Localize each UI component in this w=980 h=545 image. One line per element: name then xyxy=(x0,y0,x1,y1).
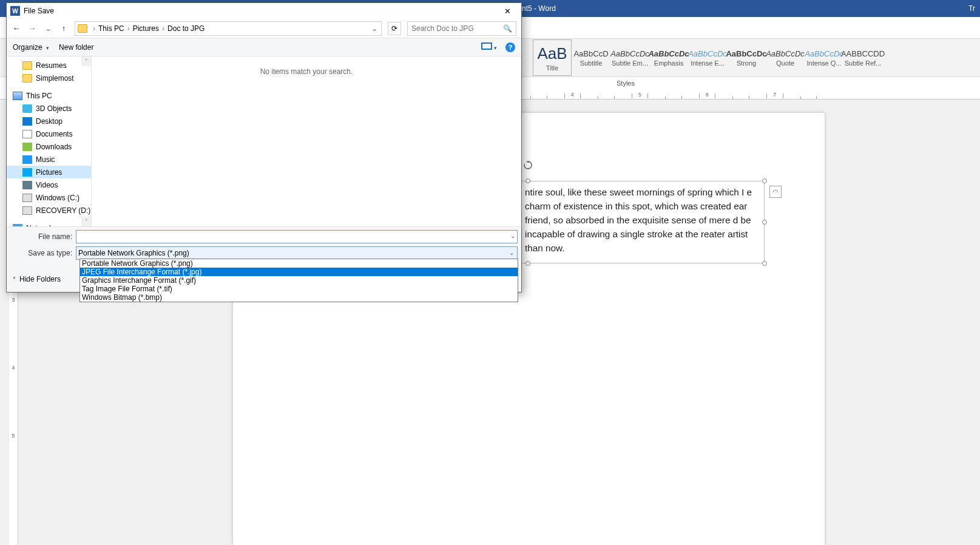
hide-folders-button[interactable]: ˄ Hide Folders xyxy=(13,275,61,283)
tree-item-simplemost[interactable]: Simplemost xyxy=(7,72,91,84)
style-intense-q-[interactable]: AaBbCcDcIntense Q... xyxy=(805,39,843,76)
file-list-area[interactable]: No items match your search. xyxy=(92,56,521,226)
dialog-titlebar[interactable]: W File Save ✕ xyxy=(7,3,521,19)
rotate-handle-icon[interactable] xyxy=(523,160,533,170)
tree-item-this-pc[interactable]: This PC xyxy=(7,89,91,102)
layout-options-icon[interactable]: ◠ xyxy=(769,186,782,198)
style-intense-e-[interactable]: AaBbCcDcIntense E... xyxy=(688,39,727,76)
chevron-down-icon[interactable]: ⌄ xyxy=(510,232,515,239)
help-icon[interactable]: ? xyxy=(505,42,515,52)
dialog-toolbar: Organize ▾ New folder ▾ ? xyxy=(7,38,521,56)
tree-item-desktop[interactable]: Desktop xyxy=(7,115,91,127)
resize-handle[interactable] xyxy=(525,261,530,266)
style-preview: AaBbCcD xyxy=(573,49,608,58)
recent-locations-icon[interactable]: ⌄ xyxy=(43,24,53,33)
breadcrumb-item[interactable]: This PC xyxy=(98,24,124,33)
style-label: Intense Q... xyxy=(807,59,842,67)
filetype-option[interactable]: JPEG File Interchange Format (*.jpg) xyxy=(80,268,518,276)
chevron-down-icon[interactable]: ⌄ xyxy=(509,249,514,256)
word-title-right: Tr xyxy=(968,4,975,13)
ruler-mark: 6 xyxy=(691,92,725,98)
tree-item-videos[interactable]: Videos xyxy=(7,178,91,191)
tree-item-label: Videos xyxy=(36,181,58,189)
view-mode-button[interactable]: ▾ xyxy=(481,42,497,52)
tree-item-music[interactable]: Music xyxy=(7,153,91,166)
filetype-option[interactable]: Windows Bitmap (*.bmp) xyxy=(80,293,518,302)
style-label: Strong xyxy=(737,59,756,67)
style-preview: AaBbCcDc xyxy=(766,49,805,58)
resize-handle[interactable] xyxy=(762,178,767,183)
style-label: Intense E... xyxy=(691,59,725,67)
refresh-icon[interactable]: ⟳ xyxy=(388,22,401,35)
scroll-down-icon[interactable]: ˅ xyxy=(81,217,91,226)
forward-icon[interactable]: → xyxy=(27,24,37,33)
search-field[interactable] xyxy=(411,24,503,33)
breadcrumb-item[interactable]: Doc to JPG xyxy=(167,24,204,33)
style-label: Title xyxy=(546,64,558,72)
new-folder-button[interactable]: New folder xyxy=(59,43,93,52)
style-quote[interactable]: AaBbCcDcQuote xyxy=(766,39,805,76)
music-icon xyxy=(22,155,32,164)
tree-item-pictures[interactable]: Pictures xyxy=(7,166,91,178)
drive-icon xyxy=(22,206,32,215)
scroll-up-icon[interactable]: ˄ xyxy=(81,56,91,66)
tree-item-label: Documents xyxy=(36,130,73,138)
word-app-icon: W xyxy=(10,6,20,16)
organize-button[interactable]: Organize ▾ xyxy=(13,43,49,52)
breadcrumb-item[interactable]: Pictures xyxy=(133,24,159,33)
style-label: Emphasis xyxy=(654,59,683,67)
tree-item-label: Pictures xyxy=(36,168,62,177)
saveastype-dropdown[interactable]: Portable Network Graphics (*.png)JPEG Fi… xyxy=(79,259,518,302)
address-dropdown-icon[interactable]: ⌄ xyxy=(371,24,377,33)
ruler-mark: 7 xyxy=(758,92,792,98)
folder-icon xyxy=(22,61,32,70)
filetype-option[interactable]: Portable Network Graphics (*.png) xyxy=(80,259,518,268)
tree-item-windows-c-[interactable]: Windows (C:) xyxy=(7,191,91,204)
resize-handle[interactable] xyxy=(525,178,530,183)
tree-item-label: Downloads xyxy=(36,143,72,151)
style-label: Subtitle xyxy=(580,59,603,67)
style-preview: AaBbCcDc xyxy=(805,49,843,58)
up-icon[interactable]: ↑ xyxy=(59,24,69,33)
tree-item-label: RECOVERY (D:) xyxy=(36,206,90,215)
filename-label: File name: xyxy=(7,232,76,241)
breadcrumb-sep[interactable]: › xyxy=(160,24,166,33)
filetype-option[interactable]: Tag Image File Format (*.tif) xyxy=(80,285,518,293)
filename-input[interactable]: ⌄ xyxy=(76,230,518,243)
style-preview: AaBbCcDc xyxy=(648,49,689,58)
tree-item-recovery-d-[interactable]: RECOVERY (D:) xyxy=(7,204,91,217)
saveastype-value: Portable Network Graphics (*.png) xyxy=(78,249,189,257)
style-strong[interactable]: AaBbCcDcStrong xyxy=(727,39,766,76)
hide-folders-label: Hide Folders xyxy=(19,275,61,283)
objects-icon xyxy=(22,104,32,113)
breadcrumb-sep[interactable]: › xyxy=(126,24,132,33)
tree-item-documents[interactable]: Documents xyxy=(7,127,91,140)
saveastype-select[interactable]: Portable Network Graphics (*.png) ⌄ xyxy=(76,246,518,260)
tree-item-downloads[interactable]: Downloads xyxy=(7,140,91,153)
tree-item-label: Desktop xyxy=(36,117,63,126)
breadcrumb[interactable]: › This PC › Pictures › Doc to JPG ⌄ xyxy=(75,21,382,36)
close-icon[interactable]: ✕ xyxy=(494,3,521,19)
vids-icon xyxy=(22,181,32,189)
style-preview: AaBbCcDc xyxy=(726,49,766,58)
style-title[interactable]: AaBTitle xyxy=(533,39,572,76)
style-preview: AABBCCDD xyxy=(841,49,885,58)
back-icon[interactable]: ← xyxy=(12,24,21,33)
tree-item-resumes[interactable]: Resumes xyxy=(7,59,91,72)
filetype-option[interactable]: Graphics Interchange Format (*.gif) xyxy=(80,276,518,285)
ruler-mark: 4 xyxy=(9,351,18,385)
breadcrumb-sep[interactable]: › xyxy=(91,24,97,33)
resize-handle[interactable] xyxy=(762,220,767,225)
tree-item-label: Music xyxy=(36,155,55,164)
tree-item--d-objects[interactable]: 3D Objects xyxy=(7,102,91,115)
navigation-tree[interactable]: ˄ ˅ ResumesSimplemostThis PC3D ObjectsDe… xyxy=(7,56,92,226)
style-subtle-ref-[interactable]: AABBCCDDSubtle Ref... xyxy=(843,39,882,76)
style-subtitle[interactable]: AaBbCcDSubtitle xyxy=(572,39,610,76)
style-subtle-em-[interactable]: AaBbCcDcSubtle Em... xyxy=(610,39,649,76)
search-icon[interactable]: 🔍 xyxy=(503,24,512,33)
tree-item-network[interactable]: Network xyxy=(7,222,91,226)
style-emphasis[interactable]: AaBbCcDcEmphasis xyxy=(649,39,688,76)
ruler-mark: 4 xyxy=(556,92,590,98)
search-input[interactable]: 🔍 xyxy=(407,21,516,36)
resize-handle[interactable] xyxy=(762,261,767,266)
